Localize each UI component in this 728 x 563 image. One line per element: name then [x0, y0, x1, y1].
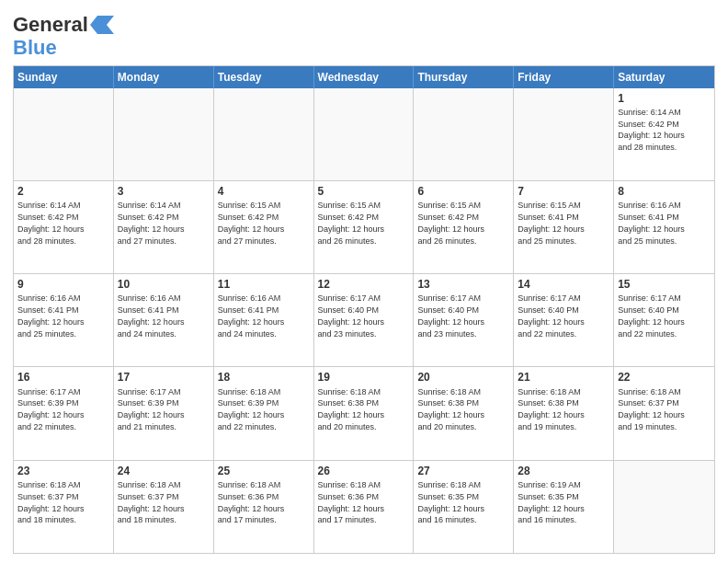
- day-cell-22: 22Sunrise: 6:18 AMSunset: 6:37 PMDayligh…: [614, 367, 714, 459]
- day-cell-17: 17Sunrise: 6:17 AMSunset: 6:39 PMDayligh…: [114, 367, 214, 459]
- day-number: 1: [618, 91, 711, 106]
- day-cell-28: 28Sunrise: 6:19 AMSunset: 6:35 PMDayligh…: [514, 461, 614, 553]
- day-info: Sunrise: 6:18 AMSunset: 6:36 PMDaylight:…: [218, 480, 285, 524]
- day-number: 16: [17, 370, 109, 385]
- day-info: Sunrise: 6:16 AMSunset: 6:41 PMDaylight:…: [17, 293, 85, 338]
- day-number: 12: [318, 277, 410, 292]
- day-number: 25: [218, 464, 310, 478]
- calendar: SundayMondayTuesdayWednesdayThursdayFrid…: [13, 65, 715, 554]
- day-info: Sunrise: 6:18 AMSunset: 6:37 PMDaylight:…: [118, 480, 185, 524]
- day-cell-19: 19Sunrise: 6:18 AMSunset: 6:38 PMDayligh…: [314, 367, 415, 459]
- day-number: 26: [318, 464, 410, 478]
- day-cell-9: 9Sunrise: 6:16 AMSunset: 6:41 PMDaylight…: [14, 274, 114, 366]
- day-number: 15: [618, 277, 711, 292]
- calendar-row-4: 16Sunrise: 6:17 AMSunset: 6:39 PMDayligh…: [14, 366, 714, 459]
- calendar-row-5: 23Sunrise: 6:18 AMSunset: 6:37 PMDayligh…: [14, 460, 714, 553]
- day-info: Sunrise: 6:15 AMSunset: 6:42 PMDaylight:…: [417, 201, 484, 245]
- day-info: Sunrise: 6:18 AMSunset: 6:36 PMDaylight:…: [318, 480, 385, 524]
- day-cell-12: 12Sunrise: 6:17 AMSunset: 6:40 PMDayligh…: [314, 274, 415, 366]
- day-number: 22: [618, 370, 711, 385]
- empty-cell: [514, 88, 614, 180]
- day-number: 24: [118, 464, 210, 478]
- calendar-header: SundayMondayTuesdayWednesdayThursdayFrid…: [14, 66, 714, 88]
- day-header-friday: Friday: [514, 66, 614, 88]
- day-cell-8: 8Sunrise: 6:16 AMSunset: 6:41 PMDaylight…: [614, 181, 714, 273]
- day-info: Sunrise: 6:18 AMSunset: 6:37 PMDaylight:…: [17, 480, 85, 524]
- day-info: Sunrise: 6:18 AMSunset: 6:38 PMDaylight:…: [518, 387, 585, 431]
- day-number: 21: [518, 370, 609, 385]
- day-cell-10: 10Sunrise: 6:16 AMSunset: 6:41 PMDayligh…: [114, 274, 214, 366]
- day-number: 18: [218, 370, 310, 385]
- day-info: Sunrise: 6:15 AMSunset: 6:42 PMDaylight:…: [318, 201, 385, 245]
- day-number: 19: [318, 370, 410, 385]
- day-cell-23: 23Sunrise: 6:18 AMSunset: 6:37 PMDayligh…: [14, 461, 114, 553]
- day-cell-1: 1Sunrise: 6:14 AMSunset: 6:42 PMDaylight…: [614, 88, 714, 180]
- day-cell-16: 16Sunrise: 6:17 AMSunset: 6:39 PMDayligh…: [14, 367, 114, 459]
- day-cell-14: 14Sunrise: 6:17 AMSunset: 6:40 PMDayligh…: [514, 274, 614, 366]
- day-info: Sunrise: 6:15 AMSunset: 6:41 PMDaylight:…: [518, 201, 585, 245]
- header: General Blue: [13, 9, 715, 60]
- day-info: Sunrise: 6:16 AMSunset: 6:41 PMDaylight:…: [118, 293, 185, 338]
- day-info: Sunrise: 6:17 AMSunset: 6:39 PMDaylight:…: [17, 387, 85, 431]
- day-cell-2: 2Sunrise: 6:14 AMSunset: 6:42 PMDaylight…: [14, 181, 114, 273]
- day-number: 4: [218, 184, 310, 199]
- day-info: Sunrise: 6:17 AMSunset: 6:40 PMDaylight:…: [518, 293, 585, 338]
- logo: General Blue: [13, 13, 114, 60]
- day-number: 5: [318, 184, 410, 199]
- day-number: 17: [118, 370, 210, 385]
- day-header-sunday: Sunday: [14, 66, 114, 88]
- day-number: 7: [518, 184, 609, 199]
- day-info: Sunrise: 6:17 AMSunset: 6:39 PMDaylight:…: [118, 387, 185, 431]
- day-cell-18: 18Sunrise: 6:18 AMSunset: 6:39 PMDayligh…: [214, 367, 314, 459]
- empty-cell: [114, 88, 214, 180]
- day-number: 2: [17, 184, 109, 199]
- day-info: Sunrise: 6:18 AMSunset: 6:38 PMDaylight:…: [318, 387, 385, 431]
- logo-icon: [90, 16, 114, 34]
- logo-text: General Blue: [13, 13, 114, 60]
- calendar-row-2: 2Sunrise: 6:14 AMSunset: 6:42 PMDaylight…: [14, 180, 714, 273]
- day-header-thursday: Thursday: [414, 66, 514, 88]
- day-cell-5: 5Sunrise: 6:15 AMSunset: 6:42 PMDaylight…: [314, 181, 415, 273]
- day-info: Sunrise: 6:18 AMSunset: 6:37 PMDaylight:…: [618, 387, 685, 431]
- day-cell-15: 15Sunrise: 6:17 AMSunset: 6:40 PMDayligh…: [614, 274, 714, 366]
- day-cell-13: 13Sunrise: 6:17 AMSunset: 6:40 PMDayligh…: [414, 274, 514, 366]
- day-cell-6: 6Sunrise: 6:15 AMSunset: 6:42 PMDaylight…: [414, 181, 514, 273]
- day-number: 23: [17, 464, 109, 478]
- empty-cell: [214, 88, 314, 180]
- day-info: Sunrise: 6:18 AMSunset: 6:38 PMDaylight:…: [417, 387, 484, 431]
- day-cell-21: 21Sunrise: 6:18 AMSunset: 6:38 PMDayligh…: [514, 367, 614, 459]
- day-info: Sunrise: 6:17 AMSunset: 6:40 PMDaylight:…: [417, 293, 484, 338]
- day-cell-24: 24Sunrise: 6:18 AMSunset: 6:37 PMDayligh…: [114, 461, 214, 553]
- day-cell-26: 26Sunrise: 6:18 AMSunset: 6:36 PMDayligh…: [314, 461, 415, 553]
- empty-cell: [314, 88, 415, 180]
- calendar-page: General Blue SundayMondayTuesdayWednesda…: [0, 0, 728, 563]
- day-number: 14: [518, 277, 609, 292]
- day-info: Sunrise: 6:16 AMSunset: 6:41 PMDaylight:…: [618, 201, 685, 245]
- day-number: 10: [118, 277, 210, 292]
- calendar-row-1: 1Sunrise: 6:14 AMSunset: 6:42 PMDaylight…: [14, 88, 714, 180]
- day-header-monday: Monday: [114, 66, 214, 88]
- calendar-body: 1Sunrise: 6:14 AMSunset: 6:42 PMDaylight…: [14, 88, 714, 553]
- day-number: 20: [417, 370, 509, 385]
- day-cell-25: 25Sunrise: 6:18 AMSunset: 6:36 PMDayligh…: [214, 461, 314, 553]
- day-cell-4: 4Sunrise: 6:15 AMSunset: 6:42 PMDaylight…: [214, 181, 314, 273]
- day-number: 27: [417, 464, 509, 478]
- day-cell-20: 20Sunrise: 6:18 AMSunset: 6:38 PMDayligh…: [414, 367, 514, 459]
- day-info: Sunrise: 6:14 AMSunset: 6:42 PMDaylight:…: [118, 201, 185, 245]
- empty-cell: [414, 88, 514, 180]
- day-number: 6: [417, 184, 509, 199]
- day-number: 3: [118, 184, 210, 199]
- day-info: Sunrise: 6:16 AMSunset: 6:41 PMDaylight:…: [218, 293, 285, 338]
- day-number: 11: [218, 277, 310, 292]
- day-info: Sunrise: 6:19 AMSunset: 6:35 PMDaylight:…: [518, 480, 585, 524]
- day-info: Sunrise: 6:14 AMSunset: 6:42 PMDaylight:…: [618, 108, 685, 152]
- svg-marker-0: [90, 16, 114, 34]
- day-header-saturday: Saturday: [614, 66, 714, 88]
- day-number: 13: [417, 277, 509, 292]
- day-header-tuesday: Tuesday: [214, 66, 314, 88]
- day-info: Sunrise: 6:14 AMSunset: 6:42 PMDaylight:…: [17, 201, 85, 245]
- day-number: 8: [618, 184, 711, 199]
- day-number: 28: [518, 464, 609, 478]
- day-cell-27: 27Sunrise: 6:18 AMSunset: 6:35 PMDayligh…: [414, 461, 514, 553]
- empty-cell: [14, 88, 114, 180]
